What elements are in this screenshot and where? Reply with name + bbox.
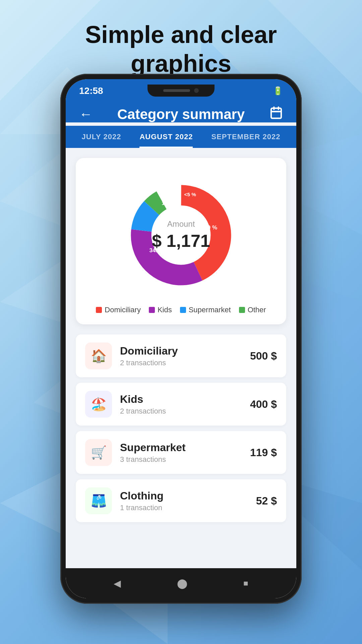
header-title: Category summary bbox=[117, 106, 245, 122]
legend-dot-supermarket bbox=[180, 307, 186, 313]
svg-rect-14 bbox=[271, 108, 281, 118]
tabs: JULY 2022 AUGUST 2022 SEPTEMBER 2022 bbox=[66, 126, 296, 148]
battery-icon: 🔋 bbox=[273, 86, 283, 96]
legend-dot-other bbox=[239, 307, 245, 313]
domiciliary-name: Domiciliary bbox=[120, 345, 242, 357]
kids-transactions: 2 transactions bbox=[120, 407, 242, 416]
clothing-transactions: 1 transaction bbox=[120, 503, 248, 512]
list-item-kids[interactable]: 🏖️ Kids 2 transactions 400 $ bbox=[76, 383, 286, 426]
content-area: 43.0 % 34.0 % 10.0 % <5 % Amount $ 1,171 bbox=[66, 148, 296, 538]
pct-other: <5 % bbox=[184, 192, 196, 197]
legend-other: Other bbox=[239, 306, 266, 314]
header: ← Category summary bbox=[66, 99, 296, 122]
chart-amount-label: Amount bbox=[152, 219, 210, 229]
supermarket-icon: 🛒 bbox=[85, 439, 112, 466]
home-nav-button[interactable]: ⬤ bbox=[177, 578, 187, 589]
chart-amount-value: $ 1,171 bbox=[152, 231, 210, 251]
supermarket-transactions: 3 transactions bbox=[120, 455, 242, 464]
recents-nav-button[interactable]: ■ bbox=[243, 579, 248, 588]
legend-supermarket: Supermarket bbox=[180, 306, 231, 314]
chart-card: 43.0 % 34.0 % 10.0 % <5 % Amount $ 1,171 bbox=[76, 158, 286, 324]
kids-icon: 🏖️ bbox=[85, 391, 112, 418]
tab-august-2022[interactable]: AUGUST 2022 bbox=[139, 132, 193, 148]
tab-september-2022[interactable]: SEPTEMBER 2022 bbox=[211, 132, 280, 148]
list-item-clothing[interactable]: 🩳 Clothing 1 transaction 52 $ bbox=[76, 479, 286, 522]
clothing-name: Clothing bbox=[120, 490, 248, 502]
domiciliary-amount: 500 $ bbox=[250, 350, 277, 362]
donut-chart: 43.0 % 34.0 % 10.0 % <5 % Amount $ 1,171 bbox=[86, 171, 276, 299]
domiciliary-icon: 🏠 bbox=[85, 342, 112, 369]
supermarket-amount: 119 $ bbox=[250, 446, 277, 459]
pct-supermarket: 10.0 % bbox=[162, 200, 178, 206]
back-nav-button[interactable]: ◀ bbox=[114, 578, 121, 589]
legend-dot-kids bbox=[149, 307, 155, 313]
donut-center: Amount $ 1,171 bbox=[152, 219, 210, 251]
back-button[interactable]: ← bbox=[79, 107, 93, 122]
legend-label-supermarket: Supermarket bbox=[189, 306, 231, 314]
clothing-info: Clothing 1 transaction bbox=[120, 490, 248, 512]
phone-frame: 12:58 🔋 ← Category summary JULY 2022 AUG… bbox=[60, 74, 302, 604]
domiciliary-transactions: 2 transactions bbox=[120, 359, 242, 367]
clothing-amount: 52 $ bbox=[256, 495, 277, 507]
category-list: 🏠 Domiciliary 2 transactions 500 $ 🏖️ Ki… bbox=[66, 331, 296, 538]
supermarket-name: Supermarket bbox=[120, 441, 242, 454]
list-item-domiciliary[interactable]: 🏠 Domiciliary 2 transactions 500 $ bbox=[76, 334, 286, 377]
kids-info: Kids 2 transactions bbox=[120, 393, 242, 416]
legend-kids: Kids bbox=[149, 306, 172, 314]
camera-icon bbox=[194, 88, 199, 93]
legend-dot-domiciliary bbox=[96, 307, 102, 313]
bottom-navigation: ◀ ⬤ ■ bbox=[66, 568, 296, 598]
domiciliary-info: Domiciliary 2 transactions bbox=[120, 345, 242, 367]
svg-marker-10 bbox=[0, 470, 67, 537]
legend-label-other: Other bbox=[248, 306, 266, 314]
calendar-icon[interactable] bbox=[269, 106, 283, 122]
kids-name: Kids bbox=[120, 393, 242, 406]
legend-label-domiciliary: Domiciliary bbox=[105, 306, 141, 314]
notch bbox=[147, 85, 215, 97]
page-title: Simple and clear graphics bbox=[0, 0, 362, 78]
phone-screen: 12:58 🔋 ← Category summary JULY 2022 AUG… bbox=[66, 79, 296, 598]
status-time: 12:58 bbox=[79, 86, 103, 96]
legend-label-kids: Kids bbox=[158, 306, 172, 314]
chart-legend: Domiciliary Kids Supermarket Other bbox=[86, 306, 276, 314]
notch-bar bbox=[163, 89, 190, 92]
list-item-supermarket[interactable]: 🛒 Supermarket 3 transactions 119 $ bbox=[76, 431, 286, 474]
legend-domiciliary: Domiciliary bbox=[96, 306, 141, 314]
tab-july-2022[interactable]: JULY 2022 bbox=[82, 132, 121, 148]
kids-amount: 400 $ bbox=[250, 398, 277, 411]
supermarket-info: Supermarket 3 transactions bbox=[120, 441, 242, 464]
clothing-icon: 🩳 bbox=[85, 487, 112, 514]
